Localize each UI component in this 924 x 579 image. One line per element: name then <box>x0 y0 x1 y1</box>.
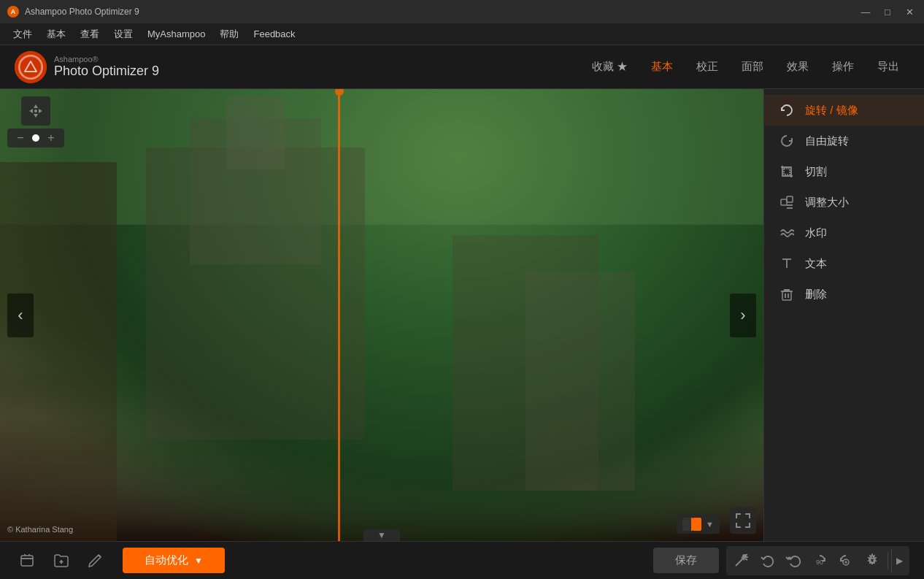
menu-text[interactable]: 文本 <box>764 248 924 279</box>
magic-wand-button[interactable] <box>728 548 753 573</box>
menu-watermark[interactable]: 水印 <box>764 218 924 248</box>
undo-all-icon <box>785 553 801 568</box>
nav-face[interactable]: 面部 <box>731 55 774 78</box>
rotate-ccw-icon <box>839 553 853 568</box>
magic-wand-icon <box>734 553 748 568</box>
svg-marker-9 <box>34 104 38 108</box>
prev-image-button[interactable]: ‹ <box>7 294 34 337</box>
image-viewer: − + ‹ › © Katharina Stang ▼ <box>0 89 763 541</box>
text-svg <box>779 256 794 271</box>
nav-effect[interactable]: 效果 <box>777 55 819 78</box>
menu-rotate-mirror[interactable]: 旋转 / 镜像 <box>764 95 924 126</box>
text-icon <box>779 256 795 272</box>
edit-icon <box>86 552 104 570</box>
copyright-text: © Katharina Stang <box>7 525 73 534</box>
menu-help[interactable]: 帮助 <box>212 25 246 44</box>
watermark-svg <box>779 226 794 240</box>
brand-product: Photo Optimizer 9 <box>54 64 159 79</box>
menu-settings[interactable]: 设置 <box>107 25 140 44</box>
menu-myashampoo[interactable]: MyAshampoo <box>140 26 212 42</box>
next-image-button[interactable]: › <box>730 294 756 337</box>
maximize-button[interactable]: □ <box>880 4 895 19</box>
expand-button[interactable] <box>730 507 756 534</box>
save-button[interactable]: 保存 <box>653 548 719 573</box>
free-rotate-icon <box>779 133 795 149</box>
brand-text: Ashampoo® Photo Optimizer 9 <box>54 55 159 79</box>
svg-line-34 <box>99 555 101 557</box>
nav-operation[interactable]: 操作 <box>822 55 864 78</box>
undo-button[interactable] <box>755 548 779 573</box>
rotate-cw-button[interactable]: 90° <box>807 548 832 573</box>
menu-delete[interactable]: 删除 <box>764 279 924 310</box>
rotate-ccw-button[interactable] <box>833 548 858 573</box>
edit-button[interactable] <box>82 548 108 574</box>
svg-text:90°: 90° <box>816 559 826 566</box>
svg-marker-11 <box>29 109 33 113</box>
delete-svg <box>779 287 794 302</box>
brand: Ashampoo® Photo Optimizer 9 <box>15 51 159 83</box>
menu-resize[interactable]: 调整大小 <box>764 187 924 218</box>
close-button[interactable]: ✕ <box>902 4 917 19</box>
settings-button[interactable] <box>860 548 885 573</box>
panel-collapse-area: ▼ <box>363 529 400 541</box>
resize-svg <box>779 195 794 210</box>
zoom-in-button[interactable]: + <box>44 131 58 145</box>
svg-rect-14 <box>682 518 691 531</box>
settings-icon <box>865 553 879 568</box>
pan-control[interactable] <box>21 96 50 126</box>
menu-basic[interactable]: 基本 <box>39 25 73 44</box>
add-folder-button[interactable] <box>48 548 74 574</box>
svg-point-0 <box>15 51 47 83</box>
nav-export[interactable]: 导出 <box>867 55 909 78</box>
bottom-toolbar: 自动优化 ▼ 保存 <box>0 541 924 579</box>
window-title: Ashampoo Photo Optimizer 9 <box>25 7 858 17</box>
nav-favorites[interactable]: 收藏 ★ <box>582 55 638 78</box>
free-rotate-label: 自由旋转 <box>805 134 849 148</box>
svg-rect-5 <box>226 96 285 169</box>
svg-point-1 <box>19 55 42 79</box>
brand-name: Ashampoo® <box>54 55 159 64</box>
menu-feedback[interactable]: Feedback <box>246 26 302 42</box>
tool-more-button[interactable]: ▶ <box>891 548 907 573</box>
svg-marker-12 <box>39 109 42 113</box>
zoom-row: − + <box>7 129 64 147</box>
auto-optimize-label: 自动优化 <box>145 553 188 567</box>
watermark-icon <box>779 225 795 241</box>
menu-crop[interactable]: 切割 <box>764 156 924 187</box>
titlebar: A Ashampoo Photo Optimizer 9 — □ ✕ <box>0 0 924 23</box>
svg-rect-18 <box>781 199 787 205</box>
svg-line-38 <box>745 554 747 556</box>
pan-icon <box>28 103 44 119</box>
rotate-mirror-icon <box>779 102 795 118</box>
svg-rect-24 <box>782 291 791 300</box>
compare-icon <box>682 518 703 531</box>
nav-correct[interactable]: 校正 <box>686 55 728 78</box>
zoom-indicator <box>32 134 39 142</box>
minimize-button[interactable]: — <box>858 4 873 19</box>
svg-rect-15 <box>693 518 701 531</box>
compare-button[interactable]: ▼ <box>677 515 720 534</box>
operations-menu: 旋转 / 镜像 自由旋转 切割 <box>763 89 924 541</box>
add-folder-icon <box>53 552 70 570</box>
split-line[interactable] <box>338 89 340 541</box>
menu-free-rotate[interactable]: 自由旋转 <box>764 126 924 156</box>
main-content: − + ‹ › © Katharina Stang ▼ <box>0 89 924 541</box>
save-label: 保存 <box>675 553 697 566</box>
svg-point-13 <box>34 110 37 112</box>
free-rotate-svg <box>779 134 794 148</box>
nav-basic[interactable]: 基本 <box>641 55 683 78</box>
menu-file[interactable]: 文件 <box>6 25 39 44</box>
menu-view[interactable]: 查看 <box>73 25 107 44</box>
svg-line-40 <box>745 559 747 560</box>
resize-label: 调整大小 <box>805 196 849 210</box>
rotate-cw-icon: 90° <box>812 553 827 568</box>
toolbar-nav: 收藏 ★ 基本 校正 面部 效果 操作 导出 <box>582 55 909 78</box>
collapse-button[interactable]: ▼ <box>363 529 400 541</box>
auto-optimize-button[interactable]: 自动优化 ▼ <box>123 548 225 573</box>
svg-rect-6 <box>0 162 117 541</box>
undo-all-button[interactable] <box>781 548 806 573</box>
zoom-out-button[interactable]: − <box>13 131 28 145</box>
add-photo-button[interactable] <box>15 548 41 574</box>
crop-svg <box>779 164 794 179</box>
menubar: 文件 基本 查看 设置 MyAshampoo 帮助 Feedback <box>0 23 924 45</box>
